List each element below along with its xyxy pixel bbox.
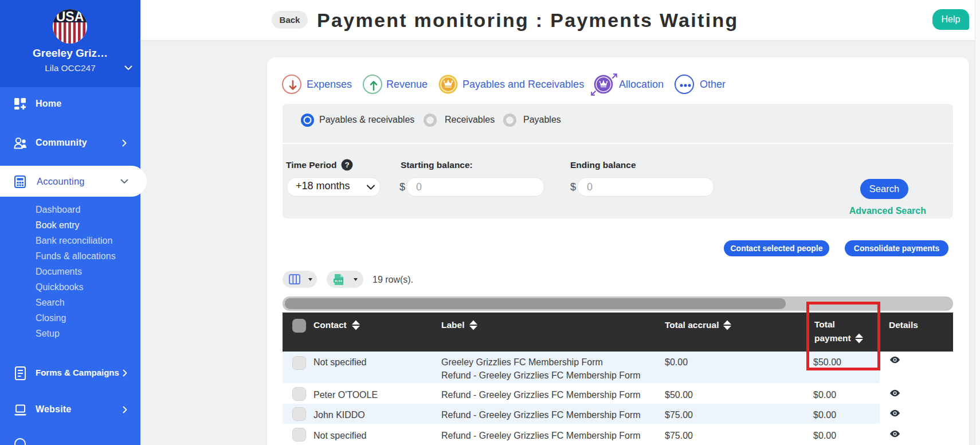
svg-text:USA: USA — [56, 9, 84, 24]
svg-text:?: ? — [344, 161, 349, 169]
svg-text:XLSX: XLSX — [335, 279, 343, 283]
